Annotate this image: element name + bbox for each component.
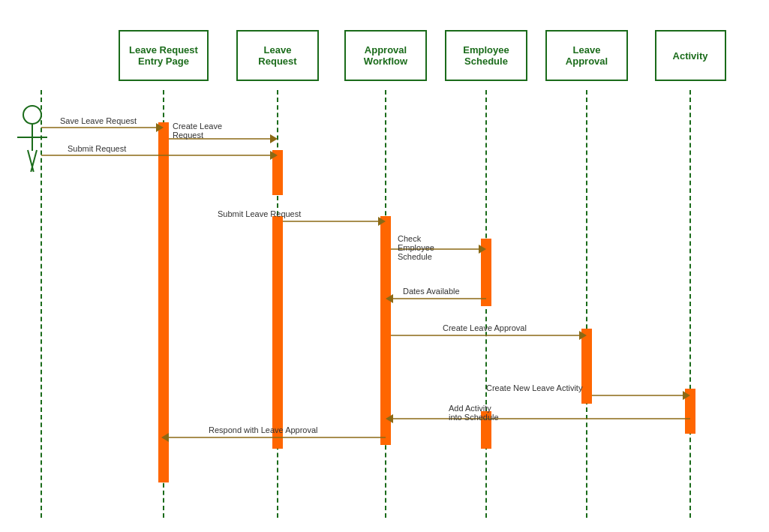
svg-text:Employee: Employee <box>398 243 434 252</box>
svg-text:Create Leave: Create Leave <box>173 122 222 131</box>
svg-text:Request: Request <box>173 131 203 140</box>
svg-marker-28 <box>386 414 393 423</box>
svg-text:Create Leave Approval: Create Leave Approval <box>443 323 527 332</box>
svg-text:Add Activity: Add Activity <box>449 404 491 413</box>
svg-text:Save Leave Request: Save Leave Request <box>60 116 137 125</box>
svg-text:Respond with Leave Approval: Respond with Leave Approval <box>209 425 318 434</box>
svg-text:Submit  Request: Submit Request <box>68 144 126 153</box>
svg-marker-19 <box>386 294 393 303</box>
svg-text:Submit  Leave Request: Submit Leave Request <box>218 209 301 218</box>
svg-text:into Schedule: into Schedule <box>449 413 499 422</box>
lifeline-box-activity: Activity <box>655 30 726 81</box>
svg-marker-14 <box>479 245 486 254</box>
lifeline-box-leave-request: Leave Request <box>236 30 319 81</box>
sequence-diagram: Save Leave Request Submit Request Create… <box>0 0 769 532</box>
svg-marker-32 <box>161 433 169 442</box>
svg-text:Dates Available: Dates Available <box>403 287 460 296</box>
svg-marker-4 <box>270 151 278 160</box>
lifeline-box-leave-entry: Leave Request Entry Page <box>119 30 209 81</box>
svg-marker-1 <box>156 123 164 132</box>
svg-text:Check: Check <box>398 234 422 243</box>
lifeline-box-leave-approval: Leave Approval <box>545 30 628 81</box>
svg-marker-25 <box>683 391 690 400</box>
svg-text:Create New Leave Activity: Create New Leave Activity <box>486 383 583 392</box>
lifeline-box-employee-schedule: Employee Schedule <box>445 30 527 81</box>
lifeline-box-approval-workflow: Approval Workflow <box>344 30 427 81</box>
svg-marker-7 <box>270 134 278 143</box>
svg-marker-22 <box>579 331 587 340</box>
svg-marker-11 <box>378 217 386 226</box>
svg-text:Schedule: Schedule <box>398 252 432 261</box>
